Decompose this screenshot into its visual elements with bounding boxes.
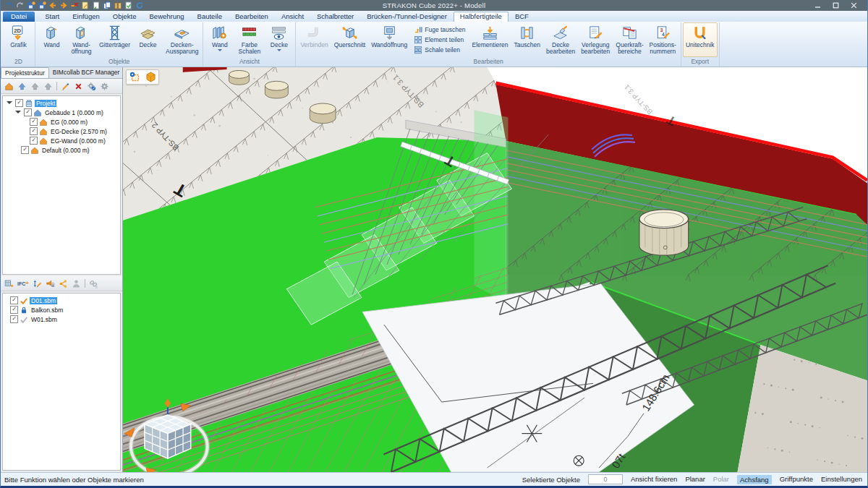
button-decke-bearbeiten[interactable]: Decke bearbeiten xyxy=(543,22,578,57)
announce-lock-icon[interactable] xyxy=(46,279,55,288)
user-icon[interactable] xyxy=(72,279,81,288)
copy-icon[interactable] xyxy=(103,1,111,9)
checkbox-eg-0-000-m[interactable] xyxy=(30,118,38,126)
library-icon[interactable] xyxy=(114,1,122,9)
tab-ansicht[interactable]: Ansicht xyxy=(275,12,310,22)
sort-edit-icon[interactable] xyxy=(33,279,42,288)
status-toggle-griffpunkte[interactable]: Griffpunkte xyxy=(780,475,813,484)
button-verlegung-bearbeiten[interactable]: Verlegung bearbeiten xyxy=(578,22,613,57)
button-elementieren[interactable]: Elementieren xyxy=(469,22,511,57)
tab-bearbeiten[interactable]: Bearbeiten xyxy=(229,12,275,22)
button-decke[interactable]: Decke xyxy=(133,22,163,57)
checkbox-eg-wand-0-000-m[interactable] xyxy=(30,137,38,145)
button-querschnitt[interactable]: Querschnitt xyxy=(331,22,368,57)
checkbox-eg-decke-2-570-m[interactable] xyxy=(30,127,38,135)
refresh-icon[interactable] xyxy=(135,1,144,9)
new-sheet-icon[interactable] xyxy=(92,1,101,9)
tab-objekte[interactable]: Objekte xyxy=(106,12,143,22)
button-decke[interactable]: Decke xyxy=(264,22,294,57)
panel-tab-bimcollab-bcf-manager[interactable]: BIMcollab BCF Manager xyxy=(49,67,124,78)
tree-item-eg-wand-0-000-m[interactable]: EG-Wand (0.000 m) xyxy=(3,136,120,145)
delete-arrow-icon[interactable] xyxy=(70,1,79,9)
3d-scene[interactable]: BS-TYP 2 BS-TYP 3.1 BS-TYP 3.1 T T T 148… xyxy=(123,67,867,472)
share-icon[interactable] xyxy=(59,279,68,288)
tab-bauteile[interactable]: Bauteile xyxy=(191,12,229,22)
button-wand-ffnung[interactable]: Wandöffnung xyxy=(368,22,410,57)
delete-icon[interactable] xyxy=(74,82,83,91)
wallopen-icon xyxy=(73,25,90,41)
file-item-w01-sbm[interactable]: W01.sbm xyxy=(3,314,120,324)
tree-item-eg-0-000-m[interactable]: EG (0.000 m) xyxy=(3,117,120,127)
button-verbinden[interactable]: Verbinden xyxy=(297,22,331,57)
checkbox-balkon-sbm[interactable] xyxy=(10,306,18,314)
ifc-import-icon[interactable]: IFC+ xyxy=(17,281,29,286)
checkbox-geb-ude-1-0-000-m[interactable] xyxy=(24,108,32,116)
checkbox-w01-sbm[interactable] xyxy=(10,315,18,323)
status-toggle-ansicht-fixieren[interactable]: Ansicht fixieren xyxy=(631,475,677,484)
level-up-icon[interactable] xyxy=(17,82,27,91)
status-bar: Bitte Funktion wählen oder Objekte marki… xyxy=(1,472,867,486)
button-wand-ffnung[interactable]: Wand- öffnung xyxy=(67,22,96,57)
tab-schalbretter[interactable]: Schalbretter xyxy=(310,12,360,22)
button-farbe-schalen[interactable]: Farbe Schalen xyxy=(234,22,264,57)
button-wand[interactable]: Wand xyxy=(205,22,234,57)
close-button[interactable] xyxy=(851,2,857,9)
visibility-settings-icon[interactable] xyxy=(87,82,96,91)
button-element-teilen[interactable]: Element teilen xyxy=(414,35,465,44)
expander-icon[interactable] xyxy=(7,101,12,107)
expander-icon[interactable] xyxy=(15,111,21,116)
tab-start[interactable]: Start xyxy=(38,12,66,22)
add-table-icon[interactable] xyxy=(4,279,14,288)
status-toggle-achsfang[interactable]: Achsfang xyxy=(737,475,772,484)
tree-item-geb-ude-1-0-000-m[interactable]: Gebäude 1 (0.000 m) xyxy=(3,108,120,117)
button-schale-teilen[interactable]: Schale teilen xyxy=(414,46,465,54)
project-structure-icon[interactable] xyxy=(4,82,14,91)
visibility-mode-button[interactable] xyxy=(127,71,142,83)
maximize-button[interactable] xyxy=(833,2,839,9)
button-gittertr-ger[interactable]: Gitterträger xyxy=(96,22,133,57)
button-fuge-tauschen[interactable]: Fuge tauschen xyxy=(414,25,465,34)
tab-halbfertigteile[interactable]: Halbfertigteile xyxy=(454,12,509,22)
tree-item-projekt[interactable]: Projekt xyxy=(3,98,120,108)
save-all-icon[interactable] xyxy=(38,1,46,9)
3d-viewport[interactable]: BS-TYP 2 BS-TYP 3.1 BS-TYP 3.1 T T T 148… xyxy=(123,67,867,472)
button-tauschen[interactable]: Tauschen xyxy=(511,22,543,57)
import-icon[interactable] xyxy=(81,1,90,9)
file-item-d01-sbm[interactable]: D01.sbm xyxy=(3,296,120,305)
unlink-icon[interactable] xyxy=(89,279,98,288)
edit-icon[interactable] xyxy=(61,82,70,91)
minimize-button[interactable] xyxy=(814,2,821,9)
checkbox-d01-sbm[interactable] xyxy=(10,296,18,304)
button-unitechnik[interactable]: Unitechnik xyxy=(683,22,718,57)
tab-datei[interactable]: Datei xyxy=(3,12,35,22)
undo-icon[interactable] xyxy=(5,1,14,9)
redo-icon[interactable] xyxy=(16,1,25,9)
file-item-balkon-sbm[interactable]: Balkon.sbm xyxy=(3,305,120,314)
button-decken-aussparung[interactable]: Decken- Aussparung xyxy=(163,22,201,57)
back-icon[interactable] xyxy=(48,1,57,9)
button-label: Querschnitt xyxy=(334,42,365,48)
tree-item-eg-decke-2-570-m[interactable]: EG-Decke (2.570 m) xyxy=(3,127,120,136)
tree-item-default-0-000-m[interactable]: Default (0.000 m) xyxy=(3,145,120,155)
move-up-icon[interactable] xyxy=(30,82,40,91)
checkbox-default-0-000-m[interactable] xyxy=(21,146,29,154)
solid-mode-button[interactable] xyxy=(143,71,158,83)
button-positions-nummern[interactable]: Positions- nummern xyxy=(647,22,679,57)
tab-br-cken-tunnel-designer[interactable]: Brücken-/Tunnel-Designer xyxy=(360,12,454,22)
status-toggle-einstellungen[interactable]: Einstellungen xyxy=(821,475,862,484)
tab-einf-gen[interactable]: Einfügen xyxy=(66,12,106,22)
panel-tab-projektstruktur[interactable]: Projektstruktur xyxy=(1,67,49,78)
save-icon[interactable] xyxy=(27,1,35,9)
button-grafik[interactable]: Grafik xyxy=(4,22,33,57)
tab-bewehrung[interactable]: Bewehrung xyxy=(143,12,191,22)
status-toggle-polar[interactable]: Polar xyxy=(713,475,729,484)
move-top-icon[interactable] xyxy=(43,82,53,91)
status-toggle-planar[interactable]: Planar xyxy=(685,475,705,484)
button-querkraft-bereiche[interactable]: Querkraft- bereiche xyxy=(613,22,646,57)
tab-bcf[interactable]: BCF xyxy=(509,12,535,22)
button-wand[interactable]: Wand xyxy=(37,22,67,57)
forward-icon[interactable] xyxy=(59,1,68,9)
settings-icon[interactable] xyxy=(100,82,109,91)
document-check-icon[interactable] xyxy=(124,1,133,9)
checkbox-projekt[interactable] xyxy=(15,99,23,107)
